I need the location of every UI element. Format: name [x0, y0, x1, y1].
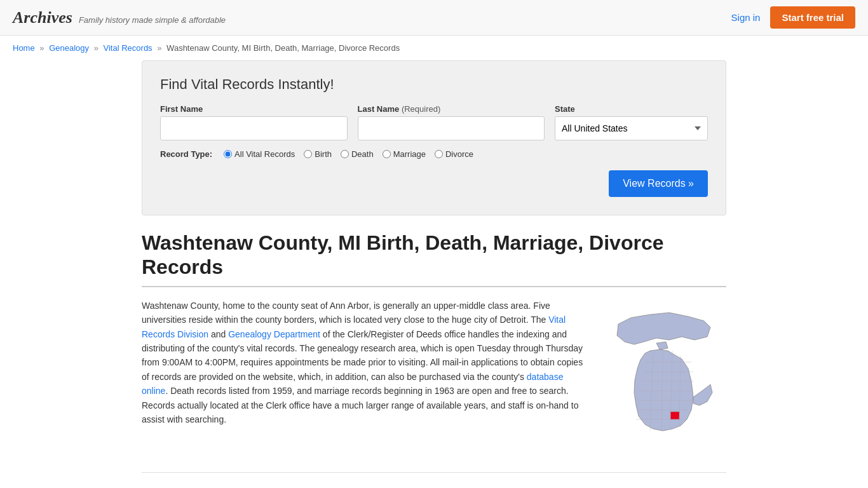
site-logo: Archives	[13, 8, 72, 27]
last-name-label: Last Name (Required)	[358, 104, 545, 114]
breadcrumb-current: Washtenaw County, MI Birth, Death, Marri…	[166, 43, 400, 53]
radio-divorce[interactable]: Divorce	[435, 149, 473, 159]
radio-all-label: All Vital Records	[234, 149, 295, 159]
radio-death-label: Death	[351, 149, 374, 159]
start-trial-button[interactable]: Start free trial	[770, 6, 855, 29]
view-records-button[interactable]: View Records »	[609, 170, 708, 197]
michigan-map	[599, 299, 726, 451]
header-actions: Sign in Start free trial	[731, 6, 855, 29]
body-text-2: and	[208, 329, 228, 339]
search-form-title: Find Vital Records Instantly!	[160, 76, 708, 93]
state-group: State All United States	[555, 104, 708, 140]
content-text: Washtenaw County, home to the county sea…	[142, 299, 587, 453]
breadcrumb-sep-3: »	[157, 43, 161, 53]
body-text-4: . Death records listed from 1959, and ma…	[142, 386, 578, 424]
county-highlight	[670, 412, 679, 419]
site-tagline: Family history made simple & affordable	[79, 15, 226, 25]
radio-marriage[interactable]: Marriage	[383, 149, 426, 159]
record-type-label: Record Type:	[160, 149, 212, 159]
first-name-label: First Name	[160, 104, 348, 114]
form-fields-row: First Name Last Name (Required) State Al…	[160, 104, 708, 140]
breadcrumb-sep-1: »	[39, 43, 44, 53]
radio-all-input[interactable]	[224, 150, 232, 158]
page-heading: Washtenaw County, MI Birth, Death, Marri…	[142, 231, 726, 280]
radio-all[interactable]: All Vital Records	[224, 149, 295, 159]
body-text-1: Washtenaw County, home to the county sea…	[142, 301, 550, 325]
breadcrumb-genealogy[interactable]: Genealogy	[49, 43, 89, 53]
sub-heading: Washtenaw County Recorder Office - Birth…	[142, 472, 726, 488]
breadcrumb-sep-2: »	[94, 43, 98, 53]
map-container	[599, 299, 726, 453]
search-form-box: Find Vital Records Instantly! First Name…	[142, 60, 726, 215]
main-content: Find Vital Records Instantly! First Name…	[129, 60, 739, 488]
radio-birth-input[interactable]	[304, 150, 312, 158]
logo-area: Archives Family history made simple & af…	[13, 8, 226, 27]
state-select[interactable]: All United States	[555, 116, 708, 140]
breadcrumb-vital-records[interactable]: Vital Records	[104, 43, 153, 53]
breadcrumb-home[interactable]: Home	[13, 43, 35, 53]
genealogy-dept-link[interactable]: Genealogy Department	[228, 329, 320, 339]
state-label: State	[555, 104, 708, 114]
site-header: Archives Family history made simple & af…	[0, 0, 868, 36]
last-name-group: Last Name (Required)	[358, 104, 545, 140]
radio-death-input[interactable]	[341, 150, 349, 158]
radio-birth[interactable]: Birth	[304, 149, 332, 159]
radio-marriage-label: Marriage	[393, 149, 426, 159]
radio-birth-label: Birth	[315, 149, 332, 159]
first-name-group: First Name	[160, 104, 348, 140]
radio-divorce-label: Divorce	[445, 149, 473, 159]
heading-divider	[142, 286, 726, 287]
last-name-input[interactable]	[358, 116, 545, 140]
first-name-input[interactable]	[160, 116, 348, 140]
radio-death[interactable]: Death	[341, 149, 374, 159]
btn-row: View Records »	[160, 170, 708, 197]
sign-in-link[interactable]: Sign in	[731, 12, 761, 23]
breadcrumb: Home » Genealogy » Vital Records » Washt…	[0, 36, 868, 60]
record-type-row: Record Type: All Vital Records Birth Dea…	[160, 149, 708, 159]
radio-marriage-input[interactable]	[383, 150, 391, 158]
content-with-map: Washtenaw County, home to the county sea…	[142, 299, 726, 453]
radio-divorce-input[interactable]	[435, 150, 443, 158]
